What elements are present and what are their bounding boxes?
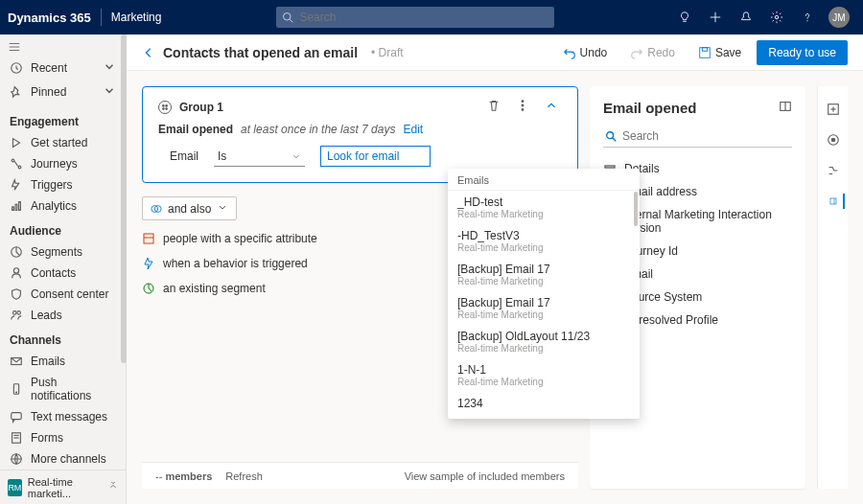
- and-also-button[interactable]: and also: [142, 196, 237, 220]
- global-search-input[interactable]: [299, 11, 548, 24]
- nav-push[interactable]: Push notifications: [0, 372, 126, 406]
- nav-group-audience: Audience: [0, 217, 126, 241]
- operator-select[interactable]: Is: [214, 147, 305, 167]
- back-button[interactable]: [142, 46, 155, 59]
- flyout-item[interactable]: [Backup] OldLayout 11/23Real-time Market…: [448, 325, 640, 358]
- area-badge: RM: [8, 479, 22, 496]
- flyout-item-name: 1234: [457, 397, 630, 410]
- avatar[interactable]: JM: [828, 7, 850, 28]
- members-label: members: [165, 470, 212, 482]
- gear-icon[interactable]: [761, 0, 792, 34]
- nav-label: Emails: [31, 355, 65, 368]
- edit-link[interactable]: Edit: [403, 123, 423, 136]
- undo-button[interactable]: Undo: [555, 42, 616, 63]
- nav-triggers[interactable]: Triggers: [0, 174, 126, 195]
- svg-line-43: [613, 138, 616, 141]
- flyout-scrollbar[interactable]: [634, 192, 638, 226]
- flyout-item[interactable]: _HD-testReal-time Marketing: [448, 191, 640, 224]
- search-icon: [605, 130, 617, 142]
- nav-forms[interactable]: Forms: [0, 427, 126, 448]
- flyout-item-name: 1-N-1: [457, 363, 630, 377]
- nav-label: Leads: [31, 309, 62, 322]
- rail-flow-icon[interactable]: [826, 163, 841, 178]
- svg-rect-44: [605, 166, 615, 168]
- nav-label: Journeys: [31, 157, 78, 171]
- nav-label: Contacts: [31, 266, 76, 280]
- flyout-header: Emails: [448, 169, 640, 191]
- collapse-icon[interactable]: [541, 99, 562, 115]
- nav-more-channels[interactable]: More channels: [0, 448, 126, 470]
- svg-point-20: [15, 392, 16, 393]
- panel-title: Email opened: [603, 100, 697, 116]
- nav-emails[interactable]: Emails: [0, 351, 126, 372]
- nav-label: Analytics: [31, 199, 77, 213]
- plus-icon[interactable]: [700, 0, 731, 34]
- rail-target-icon[interactable]: [826, 132, 841, 148]
- segment-icon: [142, 282, 155, 295]
- flyout-item[interactable]: [Backup] Email 17Real-time Marketing: [448, 258, 640, 291]
- rail-add-icon[interactable]: [826, 102, 841, 117]
- flyout-item[interactable]: [Backup] Email 17Real-time Marketing: [448, 291, 640, 325]
- flyout-item[interactable]: 1234: [448, 392, 640, 415]
- flyout-item-sub: Real-time Marketing: [457, 276, 630, 286]
- nav-pinned[interactable]: Pinned: [0, 80, 126, 103]
- save-button[interactable]: Save: [690, 42, 749, 63]
- nav-label: Get started: [31, 136, 87, 149]
- page-title: Contacts that opened an email: [163, 45, 358, 60]
- svg-point-4: [775, 15, 779, 19]
- operator-value: Is: [218, 149, 226, 163]
- panel-search[interactable]: [603, 126, 792, 148]
- svg-rect-21: [12, 413, 22, 420]
- svg-rect-11: [12, 207, 14, 211]
- help-icon[interactable]: [792, 0, 823, 34]
- delete-group-icon[interactable]: [483, 99, 504, 115]
- redo-button[interactable]: Redo: [622, 42, 683, 63]
- product-name: Dynamics 365: [8, 11, 91, 25]
- nav-consent[interactable]: Consent center: [0, 284, 126, 305]
- svg-point-28: [163, 104, 165, 106]
- svg-rect-27: [702, 47, 707, 51]
- area-switcher[interactable]: RM Real-time marketi...: [0, 470, 126, 504]
- nav-segments[interactable]: Segments: [0, 241, 126, 263]
- nav-leads[interactable]: Leads: [0, 305, 126, 326]
- flyout-item-sub: Real-time Marketing: [457, 242, 630, 253]
- redo-label: Redo: [647, 46, 675, 59]
- nav-text[interactable]: Text messages: [0, 406, 126, 427]
- bell-icon[interactable]: [731, 0, 761, 34]
- global-search[interactable]: [276, 7, 554, 28]
- svg-point-30: [163, 107, 165, 109]
- nav-analytics[interactable]: Analytics: [0, 195, 126, 217]
- nav-label: Triggers: [31, 178, 73, 192]
- svg-rect-12: [15, 204, 17, 210]
- view-sample-link[interactable]: View sample of included members: [405, 470, 565, 482]
- nav-contacts[interactable]: Contacts: [0, 263, 126, 284]
- nav-label: Text messages: [31, 410, 107, 424]
- nav-get-started[interactable]: Get started: [0, 132, 126, 153]
- flyout-item[interactable]: 1-N-1Real-time Marketing: [448, 358, 640, 392]
- nav-label: More channels: [31, 452, 106, 466]
- lightbulb-icon[interactable]: [669, 0, 700, 34]
- svg-point-15: [13, 268, 18, 273]
- flyout-item-name: [Backup] Email 17: [457, 296, 630, 309]
- save-label: Save: [715, 46, 741, 59]
- rail-panel-icon[interactable]: [829, 194, 845, 209]
- nav-journeys[interactable]: Journeys: [0, 153, 126, 174]
- more-icon[interactable]: [512, 99, 533, 115]
- svg-point-17: [17, 311, 21, 315]
- attribute-icon: [142, 232, 155, 245]
- refresh-link[interactable]: Refresh: [225, 470, 263, 482]
- ready-button[interactable]: Ready to use: [757, 40, 848, 65]
- hamburger-icon[interactable]: [0, 34, 126, 56]
- nav-label: Push notifications: [31, 376, 116, 402]
- email-lookup-input[interactable]: Look for email: [320, 146, 431, 167]
- intersect-icon: [151, 203, 162, 215]
- group-icon: [158, 101, 172, 114]
- module-name: Marketing: [111, 11, 162, 24]
- svg-point-42: [607, 132, 614, 139]
- svg-point-29: [166, 104, 168, 106]
- flyout-item[interactable]: -HD_TestV3Real-time Marketing: [448, 224, 640, 258]
- panel-search-input[interactable]: [622, 129, 790, 143]
- nav-recent[interactable]: Recent: [0, 56, 126, 80]
- expand-icon[interactable]: [779, 100, 792, 116]
- top-bar: Dynamics 365 Marketing JM: [0, 0, 863, 34]
